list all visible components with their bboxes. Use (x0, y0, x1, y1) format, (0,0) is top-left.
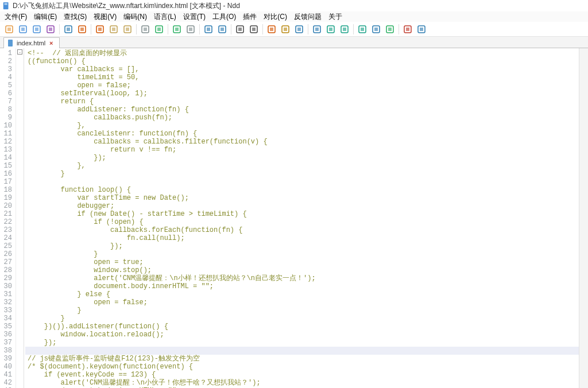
line-number: 11 (0, 130, 12, 138)
menu-settings[interactable]: 设置(T) (181, 12, 208, 22)
svg-rect-52 (374, 28, 378, 31)
menu-about[interactable]: 关于 (326, 12, 345, 22)
line-number: 32 (0, 298, 12, 306)
fold-toggle[interactable]: - (17, 49, 22, 55)
monitor-icon[interactable] (383, 23, 397, 36)
code-line: /* $(document).keydown(function(event) { (25, 363, 579, 371)
title-bar: D:\小飞兔抓站工具\Website\Zz_www.nftart.kim\ind… (0, 0, 588, 11)
code-line: return v !== fn; (25, 146, 579, 154)
svg-rect-12 (67, 28, 70, 31)
app-icon (2, 2, 10, 10)
svg-rect-36 (252, 28, 256, 31)
line-number: 10 (0, 122, 12, 130)
open-file-icon[interactable] (16, 23, 30, 36)
line-number: 40 (0, 363, 12, 371)
menu-feedback[interactable]: 反馈问题 (292, 12, 324, 22)
menu-encoding[interactable]: 编码(N) (121, 12, 149, 22)
stop-icon[interactable] (338, 23, 351, 36)
line-number: 28 (0, 266, 12, 274)
line-number: 35 (0, 323, 12, 331)
indent-left-icon[interactable] (233, 23, 247, 36)
close-icon[interactable] (61, 23, 75, 36)
line-number: 6 (0, 90, 12, 98)
menu-compare[interactable]: 对比(C) (261, 12, 289, 22)
line-number: 9 (0, 114, 12, 122)
toolbar-separator (399, 24, 399, 34)
save-all-icon[interactable] (44, 23, 57, 36)
svg-rect-56 (406, 28, 409, 31)
svg-rect-2 (5, 4, 7, 5)
zoom-out-icon[interactable] (184, 23, 198, 36)
menu-view[interactable]: 视图(V) (91, 12, 119, 22)
menu-edit[interactable]: 编辑(E) (32, 12, 59, 22)
line-number: 29 (0, 274, 12, 282)
tab-index-html[interactable]: index.html × (3, 37, 60, 48)
toolbar-separator (231, 24, 231, 34)
menu-plugin[interactable]: 插件 (241, 12, 259, 22)
line-number: 7 (0, 98, 12, 106)
indent-right-icon[interactable] (247, 23, 261, 36)
split-h-icon[interactable] (355, 23, 369, 36)
save-icon[interactable] (30, 23, 44, 36)
code-line: } (25, 250, 579, 258)
code-line: })()).addListener(function() { (25, 323, 579, 331)
code-line: open = true; (25, 258, 579, 266)
code-area[interactable]: <!-- // 返回桌面的时候显示((function() { var call… (24, 48, 579, 388)
code-line: if (new Date() - startTime > timeLimit) … (25, 210, 579, 218)
line-number: 21 (0, 210, 12, 218)
copy-icon[interactable] (107, 23, 121, 36)
svg-rect-46 (329, 28, 332, 31)
vertical-scrollbar[interactable] (579, 48, 588, 388)
tab-close-button[interactable]: × (48, 40, 55, 46)
code-line: } (25, 315, 579, 323)
line-number: 2 (0, 57, 12, 65)
wrap-icon[interactable] (265, 23, 278, 36)
play-icon[interactable] (324, 23, 338, 36)
replace-icon[interactable] (215, 23, 229, 36)
svg-rect-40 (284, 28, 287, 31)
line-number: 13 (0, 146, 12, 154)
cut-icon[interactable] (93, 23, 107, 36)
line-number: 31 (0, 290, 12, 298)
code-line: }, (25, 162, 579, 170)
tab-label: index.html (17, 40, 45, 46)
undo-icon[interactable] (138, 23, 152, 36)
new-file-icon[interactable] (2, 23, 16, 36)
close-all-icon[interactable] (75, 23, 89, 36)
record-icon[interactable] (310, 23, 324, 36)
paste-icon[interactable] (121, 23, 134, 36)
zoom-in-icon[interactable] (170, 23, 184, 36)
svg-rect-44 (315, 28, 319, 31)
guides-icon[interactable] (292, 23, 306, 36)
line-number-gutter: 1234567891011121314151617181920212223242… (0, 48, 16, 388)
svg-rect-8 (35, 28, 38, 31)
line-number: 37 (0, 339, 12, 347)
svg-rect-54 (388, 28, 392, 31)
svg-rect-59 (8, 40, 13, 46)
code-line: var startTime = new Date(); (25, 194, 579, 202)
redo-icon[interactable] (152, 23, 166, 36)
svg-rect-14 (80, 28, 84, 31)
find-icon[interactable] (202, 23, 215, 36)
menu-tools[interactable]: 工具(O) (210, 12, 238, 22)
menu-search[interactable]: 查找(S) (61, 12, 89, 22)
svg-rect-4 (7, 28, 11, 31)
code-line: }, (25, 122, 579, 130)
split-v-icon[interactable] (369, 23, 383, 36)
menu-file[interactable]: 文件(F) (2, 12, 29, 22)
unknown1-icon[interactable] (401, 23, 415, 36)
code-line: fn.call(null); (25, 234, 579, 242)
code-line: document.body.innerHTML = ""; (25, 282, 579, 290)
menu-language[interactable]: 语言(L) (152, 12, 179, 22)
toolbar-separator (59, 24, 60, 34)
line-number: 22 (0, 218, 12, 226)
line-number: 16 (0, 170, 12, 178)
code-line: callbacks = callbacks.filter(function(v)… (25, 138, 579, 146)
line-number: 19 (0, 194, 12, 202)
line-number: 36 (0, 331, 12, 339)
whitespace-icon[interactable] (278, 23, 292, 36)
line-number: 17 (0, 178, 12, 186)
line-number: 26 (0, 250, 12, 258)
line-number: 33 (0, 306, 12, 315)
unknown2-icon[interactable] (415, 23, 428, 36)
